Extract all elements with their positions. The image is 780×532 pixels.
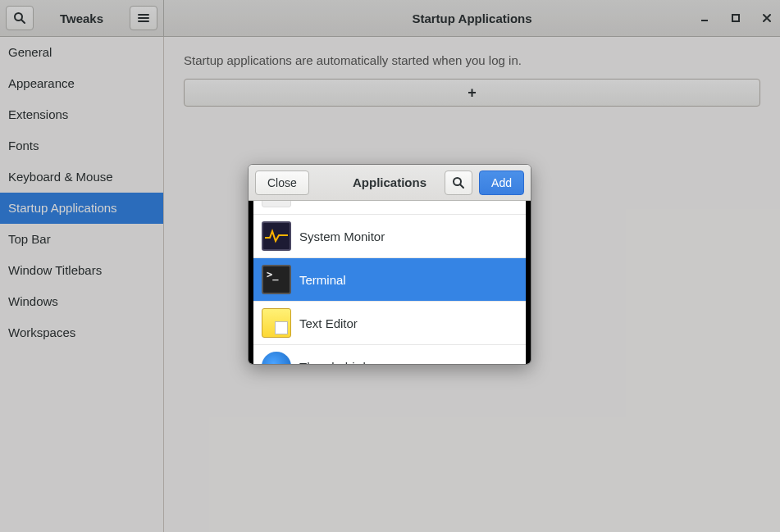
app-name-label: Terminal	[299, 273, 346, 287]
app-name-label: System Monitor	[299, 230, 385, 243]
svg-line-5	[460, 184, 463, 188]
terminal-icon	[262, 265, 291, 294]
dialog-add-label: Add	[491, 176, 512, 189]
dialog-title: Applications	[353, 175, 426, 189]
dialog-close-label: Close	[267, 176, 297, 189]
dialog-frame-right	[526, 201, 531, 364]
thunderbird-icon	[262, 352, 291, 364]
search-icon	[452, 176, 465, 189]
app-row[interactable]	[253, 201, 526, 215]
app-icon	[262, 201, 291, 207]
app-name-label: Thunderbird	[299, 360, 366, 365]
app-name-label: Text Editor	[299, 316, 358, 330]
application-list[interactable]: System Monitor Terminal Text Editor Thun…	[253, 201, 526, 364]
dialog-add-button[interactable]: Add	[479, 171, 524, 195]
app-row-system-monitor[interactable]: System Monitor	[253, 215, 526, 258]
app-row-thunderbird[interactable]: Thunderbird	[253, 345, 526, 364]
text-editor-icon	[262, 308, 291, 338]
app-row-text-editor[interactable]: Text Editor	[253, 302, 526, 345]
system-monitor-icon	[262, 221, 291, 251]
app-row-terminal[interactable]: Terminal	[253, 258, 526, 302]
dialog-headerbar: Close Applications Add	[249, 165, 531, 201]
dialog-search-button[interactable]	[445, 171, 472, 195]
dialog-close-button[interactable]: Close	[255, 171, 309, 195]
applications-dialog: Close Applications Add System Moni	[248, 164, 531, 365]
